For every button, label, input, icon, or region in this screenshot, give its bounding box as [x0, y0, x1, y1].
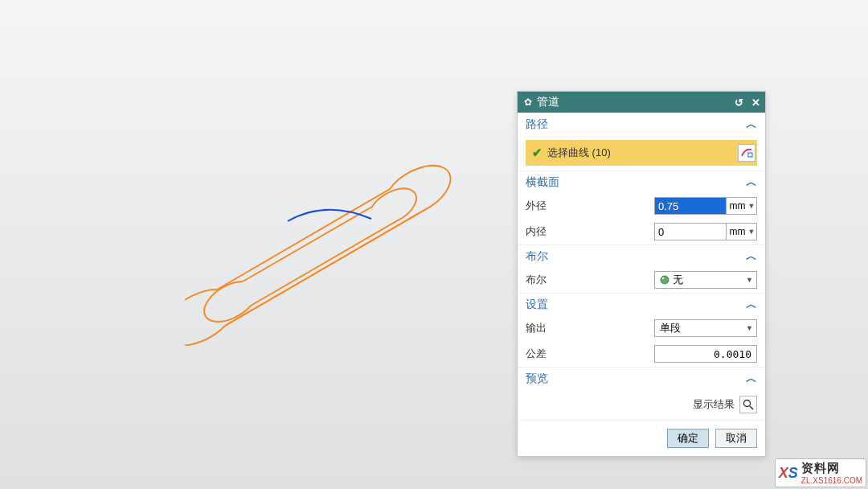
dialog-title: 管道: [537, 95, 727, 109]
chevron-down-icon: ▼: [746, 276, 753, 284]
section-cross-header[interactable]: 横截面 ︿: [518, 171, 765, 193]
section-path-header[interactable]: 路径 ︿: [518, 113, 765, 135]
chevron-down-icon: ▼: [748, 228, 755, 236]
magnifier-icon[interactable]: [739, 396, 757, 413]
svg-line-4: [750, 406, 753, 409]
boolean-label: 布尔: [526, 273, 654, 287]
cancel-button[interactable]: 取消: [715, 429, 757, 448]
caret-up-icon[interactable]: ︿: [746, 117, 757, 132]
dialog-titlebar[interactable]: ✿ 管道 ↺ ✕: [518, 92, 765, 113]
section-title: 设置: [526, 298, 746, 312]
output-row: 输出 单段 ▼: [518, 315, 765, 341]
reset-icon[interactable]: ↺: [735, 97, 743, 109]
tolerance-row: 公差: [518, 341, 765, 367]
path-selection-label: 选择曲线 (10): [547, 146, 738, 160]
boolean-dropdown[interactable]: 无 ▼: [654, 271, 757, 289]
section-boolean-header[interactable]: 布尔 ︿: [518, 244, 765, 267]
output-dropdown[interactable]: 单段 ▼: [654, 319, 757, 337]
show-result-label: 显示结果: [693, 397, 735, 412]
outer-diameter-row: 外径 mm ▼: [518, 193, 765, 219]
dialog-button-row: 确定 取消: [518, 420, 765, 456]
inner-diameter-input[interactable]: [654, 223, 727, 240]
chevron-down-icon: ▼: [746, 324, 753, 332]
output-label: 输出: [526, 321, 654, 335]
curve-select-icon[interactable]: [738, 144, 755, 162]
watermark-brand: 资料网: [801, 461, 862, 476]
watermark-url: ZL.XS1616.COM: [801, 476, 862, 485]
tolerance-input[interactable]: [654, 345, 757, 363]
inner-diameter-row: 内径 mm ▼: [518, 219, 765, 244]
path-selection-row[interactable]: ✔ 选择曲线 (10): [526, 140, 757, 166]
ok-button[interactable]: 确定: [667, 429, 709, 448]
check-icon: ✔: [532, 146, 542, 160]
outer-diameter-input[interactable]: [654, 197, 727, 215]
inner-diameter-unit-dropdown[interactable]: mm ▼: [727, 223, 757, 240]
section-title: 横截面: [526, 175, 746, 190]
tube-dialog: ✿ 管道 ↺ ✕ 路径 ︿ ✔ 选择曲线 (10) 横截面 ︿ 外径 mm ▼ …: [517, 91, 766, 457]
watermark-badge: XS 资料网 ZL.XS1616.COM: [775, 458, 866, 487]
section-title: 布尔: [526, 249, 746, 264]
chevron-down-icon: ▼: [748, 202, 755, 210]
inner-diameter-label: 内径: [526, 224, 654, 239]
section-title: 预览: [526, 372, 746, 386]
outer-diameter-unit-dropdown[interactable]: mm ▼: [727, 197, 757, 215]
svg-point-3: [744, 401, 751, 407]
output-value: 单段: [660, 321, 746, 335]
boolean-value: 无: [673, 273, 746, 287]
section-settings-header[interactable]: 设置 ︿: [518, 293, 765, 315]
unit-label: mm: [730, 226, 746, 237]
none-boolean-icon: [660, 275, 669, 285]
section-preview-header[interactable]: 预览 ︿: [518, 367, 765, 389]
caret-up-icon[interactable]: ︿: [746, 175, 757, 190]
caret-up-icon[interactable]: ︿: [746, 298, 757, 312]
tolerance-label: 公差: [526, 347, 654, 361]
paperclip-sketch[interactable]: [185, 161, 490, 346]
show-result-row: 显示结果: [518, 389, 765, 420]
boolean-row: 布尔 无 ▼: [518, 267, 765, 293]
unit-label: mm: [730, 200, 746, 212]
close-icon[interactable]: ✕: [751, 97, 760, 109]
outer-diameter-label: 外径: [526, 199, 654, 213]
caret-up-icon[interactable]: ︿: [746, 372, 757, 386]
watermark-logo: XS: [779, 465, 798, 482]
svg-rect-0: [748, 153, 752, 157]
section-title: 路径: [526, 117, 746, 132]
caret-up-icon[interactable]: ︿: [746, 249, 757, 264]
svg-point-2: [662, 277, 664, 279]
svg-point-1: [661, 276, 669, 284]
settings-icon: ✿: [524, 97, 532, 108]
